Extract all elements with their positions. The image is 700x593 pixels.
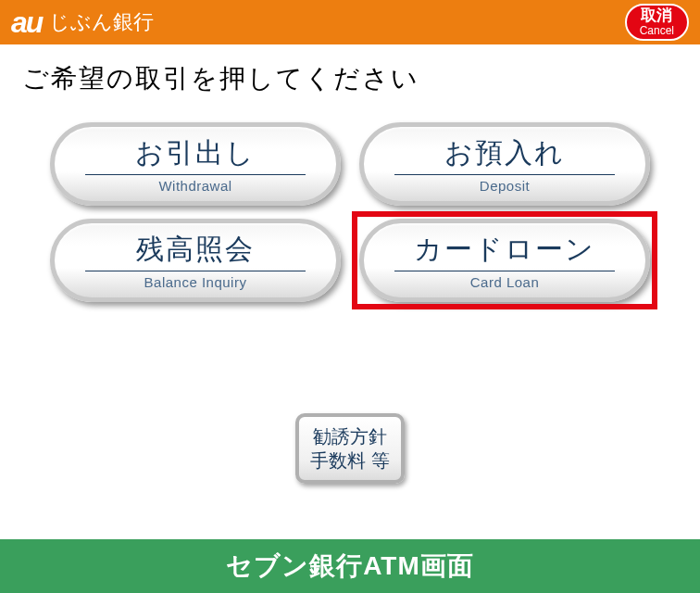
header: au じぶん銀行 取消 Cancel — [0, 0, 700, 44]
withdrawal-label-en: Withdrawal — [158, 178, 231, 194]
logo-area: au じぶん銀行 — [11, 6, 154, 40]
withdrawal-button[interactable]: お引出し Withdrawal — [50, 122, 341, 206]
prompt-text: ご希望の取引を押してください — [22, 61, 678, 96]
card-loan-button[interactable]: カードローン Card Loan — [359, 219, 650, 302]
au-logo: au — [11, 6, 42, 40]
footer: セブン銀行ATM画面 — [0, 539, 700, 593]
bank-name: じぶん銀行 — [49, 8, 154, 36]
info-line2: 手数料 等 — [310, 448, 390, 473]
info-button-area: 勧誘方針 手数料 等 — [22, 413, 678, 484]
divider — [85, 174, 305, 175]
content: ご希望の取引を押してください お引出し Withdrawal お預入れ Depo… — [0, 44, 700, 484]
loan-label-jp: カードローン — [414, 231, 595, 269]
cancel-label-jp: 取消 — [640, 7, 674, 25]
deposit-label-jp: お預入れ — [444, 134, 565, 172]
info-line1: 勧誘方針 — [310, 424, 390, 448]
divider — [85, 271, 305, 271]
balance-label-en: Balance Inquiry — [144, 274, 247, 290]
deposit-label-en: Deposit — [480, 178, 530, 194]
solicitation-fees-button[interactable]: 勧誘方針 手数料 等 — [295, 413, 405, 484]
divider — [394, 174, 614, 175]
footer-caption: セブン銀行ATM画面 — [226, 549, 474, 584]
loan-label-en: Card Loan — [470, 274, 540, 290]
balance-label-jp: 残高照会 — [136, 231, 255, 269]
deposit-button[interactable]: お預入れ Deposit — [359, 122, 650, 206]
cancel-button[interactable]: 取消 Cancel — [625, 4, 689, 41]
card-loan-highlight: カードローン Card Loan — [359, 219, 650, 302]
withdrawal-label-jp: お引出し — [135, 134, 256, 172]
transaction-button-grid: お引出し Withdrawal お預入れ Deposit 残高照会 Balanc… — [22, 122, 678, 302]
balance-inquiry-button[interactable]: 残高照会 Balance Inquiry — [50, 219, 341, 302]
divider — [394, 271, 614, 271]
cancel-label-en: Cancel — [640, 25, 674, 37]
